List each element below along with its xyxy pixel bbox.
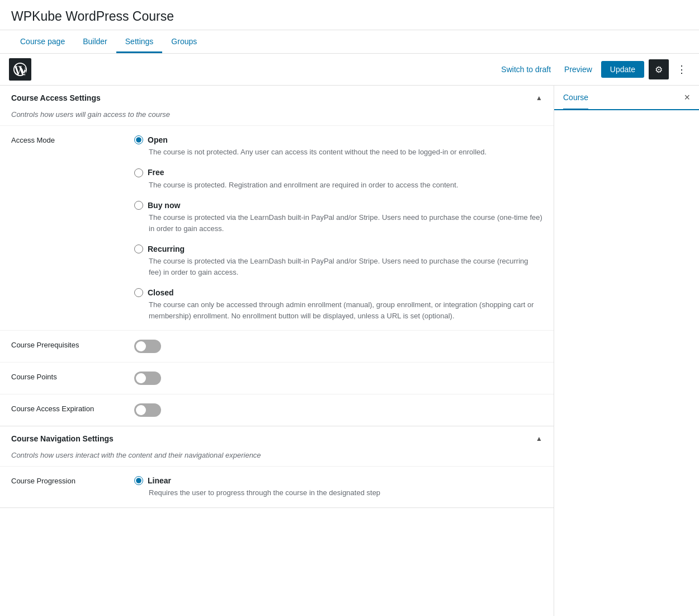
- prerequisites-row: Course Prerequisites: [0, 330, 554, 362]
- radio-buy-now-desc: The course is protected via the LearnDas…: [134, 212, 542, 234]
- course-access-settings-section: Course Access Settings ▲ Controls how us…: [0, 86, 554, 426]
- access-settings-subtitle: Controls how users will gain access to t…: [0, 110, 554, 125]
- radio-free-desc: The course is protected. Registration an…: [134, 180, 542, 191]
- course-navigation-settings-header[interactable]: Course Navigation Settings ▲: [0, 426, 554, 451]
- wp-logo: [9, 58, 31, 81]
- progression-radio-group: Linear Requires the user to progress thr…: [134, 476, 542, 499]
- settings-icon-button[interactable]: ⚙: [649, 59, 669, 79]
- top-header: WPKube WordPress Course: [0, 0, 699, 30]
- radio-buy-now[interactable]: [134, 201, 143, 210]
- toolbar-actions: Switch to draft Preview Update ⚙ ⋮: [497, 59, 690, 79]
- radio-free-label[interactable]: Free: [148, 168, 164, 177]
- radio-closed-label[interactable]: Closed: [148, 288, 174, 297]
- radio-recurring[interactable]: [134, 244, 143, 253]
- course-access-settings-title: Course Access Settings: [11, 93, 101, 102]
- course-access-settings-header[interactable]: Course Access Settings ▲: [0, 86, 554, 110]
- prerequisites-slider: [134, 340, 161, 353]
- radio-linear-label[interactable]: Linear: [148, 476, 171, 485]
- page-title: WPKube WordPress Course: [11, 9, 688, 24]
- progression-row: Course Progression Linear Requires the u…: [0, 466, 554, 507]
- radio-option-recurring: Recurring The course is protected via th…: [134, 244, 542, 278]
- tab-groups[interactable]: Groups: [162, 30, 206, 53]
- expiration-slider: [134, 403, 161, 417]
- radio-option-linear: Linear Requires the user to progress thr…: [134, 476, 542, 499]
- radio-buy-now-label[interactable]: Buy now: [148, 201, 180, 210]
- expiration-label: Course Access Expiration: [11, 403, 134, 413]
- access-mode-control: Open The course is not protected. Any us…: [134, 135, 542, 321]
- radio-option-open: Open The course is not protected. Any us…: [134, 135, 542, 158]
- points-slider: [134, 372, 161, 385]
- expiration-control: [134, 403, 542, 417]
- radio-recurring-label[interactable]: Recurring: [148, 244, 185, 253]
- points-control: [134, 372, 542, 385]
- nav-tabs: Course page Builder Settings Groups: [0, 30, 699, 54]
- collapse-access-icon: ▲: [536, 94, 542, 102]
- expiration-toggle[interactable]: [134, 403, 161, 417]
- switch-to-draft-button[interactable]: Switch to draft: [497, 62, 555, 77]
- radio-closed[interactable]: [134, 288, 143, 297]
- progression-control: Linear Requires the user to progress thr…: [134, 476, 542, 499]
- radio-open-label[interactable]: Open: [148, 135, 168, 144]
- points-toggle[interactable]: [134, 372, 161, 385]
- radio-linear-desc: Requires the user to progress through th…: [134, 487, 542, 499]
- tab-settings[interactable]: Settings: [116, 30, 163, 53]
- course-navigation-settings-section: Course Navigation Settings ▲ Controls ho…: [0, 426, 554, 508]
- navigation-settings-subtitle: Controls how users interact with the con…: [0, 451, 554, 466]
- radio-open-desc: The course is not protected. Any user ca…: [134, 147, 542, 158]
- course-navigation-settings-title: Course Navigation Settings: [11, 434, 114, 443]
- radio-free[interactable]: [134, 168, 143, 177]
- expiration-row: Course Access Expiration: [0, 394, 554, 426]
- update-button[interactable]: Update: [601, 61, 644, 78]
- collapse-navigation-icon: ▲: [536, 435, 542, 443]
- points-label: Course Points: [11, 372, 134, 381]
- sidebar-tab-course[interactable]: Course: [563, 93, 588, 110]
- radio-option-free: Free The course is protected. Registrati…: [134, 168, 542, 191]
- main-layout: Course Access Settings ▲ Controls how us…: [0, 86, 699, 616]
- sidebar-header: Course ×: [554, 86, 699, 110]
- toolbar: Switch to draft Preview Update ⚙ ⋮: [0, 54, 699, 86]
- access-mode-label: Access Mode: [11, 135, 134, 144]
- radio-recurring-desc: The course is protected via the LearnDas…: [134, 256, 542, 278]
- radio-option-buy-now: Buy now The course is protected via the …: [134, 200, 542, 234]
- tab-builder[interactable]: Builder: [74, 30, 116, 53]
- points-row: Course Points: [0, 362, 554, 394]
- prerequisites-control: [134, 340, 542, 353]
- sidebar-close-button[interactable]: ×: [684, 92, 690, 102]
- access-mode-radio-group: Open The course is not protected. Any us…: [134, 135, 542, 321]
- access-mode-row: Access Mode Open The course is not prote…: [0, 125, 554, 330]
- more-options-button[interactable]: ⋮: [673, 61, 690, 78]
- radio-closed-desc: The course can only be accessed through …: [134, 299, 542, 321]
- radio-linear[interactable]: [134, 476, 143, 485]
- tab-course-page[interactable]: Course page: [11, 30, 74, 53]
- radio-option-closed: Closed The course can only be accessed t…: [134, 288, 542, 321]
- radio-open[interactable]: [134, 135, 143, 144]
- content-area: Course Access Settings ▲ Controls how us…: [0, 86, 554, 616]
- sidebar-panel: Course ×: [554, 86, 699, 616]
- preview-button[interactable]: Preview: [560, 62, 597, 77]
- prerequisites-label: Course Prerequisites: [11, 340, 134, 349]
- progression-label: Course Progression: [11, 476, 134, 485]
- prerequisites-toggle[interactable]: [134, 340, 161, 353]
